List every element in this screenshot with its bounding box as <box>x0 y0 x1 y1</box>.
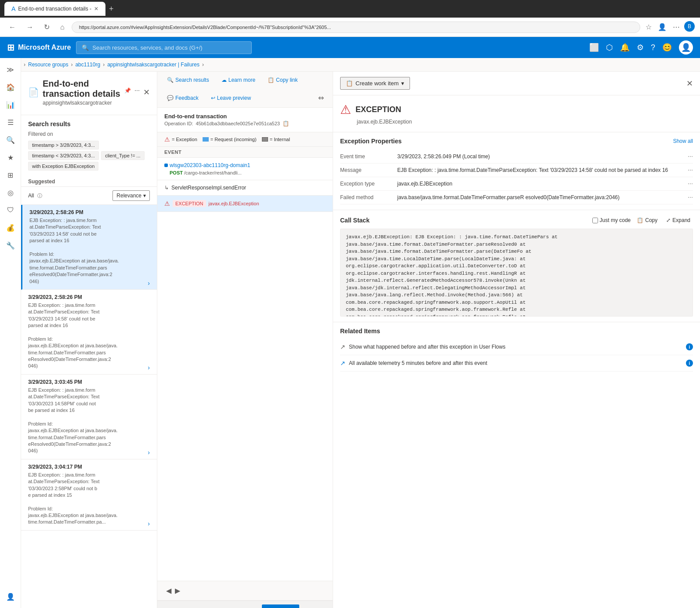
close-right-panel-btn[interactable]: ✕ <box>686 79 693 88</box>
result-text-1: EJB Exception: : java.time.format.DateTi… <box>28 302 150 370</box>
address-bar[interactable]: https://portal.azure.com/#view/AppInsigh… <box>72 22 640 33</box>
sort-dropdown[interactable]: Relevance ▾ <box>112 190 150 201</box>
create-work-item-btn[interactable]: 📋 Create work item ▾ <box>340 77 410 90</box>
legend-exception: ⚠ = Exception <box>164 136 197 143</box>
filter-tag-2[interactable]: client_Type != ... <box>101 151 144 160</box>
result-time-1: 3/29/2023, 2:58:26 PM <box>28 294 150 300</box>
search-results-btn[interactable]: 🔍 Search results <box>164 75 212 85</box>
azure-logo: ⊞ Microsoft Azure <box>7 42 71 53</box>
favorites-btn[interactable]: ☆ <box>644 21 653 33</box>
notifications-icon[interactable]: 🔔 <box>620 43 630 52</box>
callstack-header: Call Stack Just my code 📋 Copy ⤢ Expan <box>340 215 693 225</box>
timeline-nav: ◀ ▶ <box>157 581 333 600</box>
user-avatar[interactable]: 👤 <box>679 40 693 55</box>
breadcrumb-abc1110rg[interactable]: abc1110rg <box>75 62 100 68</box>
show-all-btn[interactable]: Show all <box>673 138 693 144</box>
leave-preview-btn[interactable]: ↩ Leave preview <box>208 93 254 103</box>
next-nav-btn[interactable]: ▶ <box>173 585 182 597</box>
view-all-btn[interactable]: View all <box>262 604 299 608</box>
more-btn[interactable]: ⋯ <box>671 21 682 33</box>
callstack-content[interactable]: javax.ejb.EJBException: EJB Exception: :… <box>340 229 693 317</box>
close-icon[interactable]: ✕ <box>143 87 150 97</box>
browser-chrome: A End-to-end transaction details - ✕ + <box>0 0 700 18</box>
related-info-1[interactable]: i <box>686 360 693 367</box>
extension-btn[interactable]: B <box>684 21 695 32</box>
copy-operation-id-btn[interactable]: 📋 <box>283 120 289 127</box>
property-more-3[interactable]: ⋯ <box>688 194 693 200</box>
copy-callstack-btn[interactable]: 📋 Copy <box>634 215 660 225</box>
filter-section: Filtered on timestamp > 3/28/2023, 4:3..… <box>21 129 157 175</box>
property-more-1[interactable]: ⋯ <box>688 167 693 173</box>
just-my-code-checkbox[interactable]: Just my code <box>592 217 631 223</box>
feedback-btn[interactable]: 💬 Feedback <box>164 93 201 103</box>
settings-icon[interactable]: ⚙ <box>637 43 644 52</box>
filter-tag-1[interactable]: timestamp < 3/29/2023, 4:3... <box>28 151 99 160</box>
forward-btn[interactable]: → <box>23 22 37 33</box>
legend-internal-text: = Internal <box>270 137 290 142</box>
property-value-0: 3/29/2023, 2:58:26.049 PM (Local time) <box>397 153 684 160</box>
page-subtitle: appinsightwlsakscargotracker <box>43 100 121 106</box>
tab-close-btn[interactable]: ✕ <box>94 6 98 12</box>
event-error-2: ⚠ EXCEPTION javax.ejb.EJBException <box>164 200 326 207</box>
filter-tag-0[interactable]: timestamp > 3/28/2023, 4:3... <box>28 141 99 149</box>
search-icon: 🔍 <box>82 44 89 51</box>
help-icon[interactable]: ? <box>651 43 655 52</box>
operation-id-value: 45b61dba3dbbaecfe0025e7e051ca523 <box>196 121 279 126</box>
pin-icon[interactable]: 📌 <box>124 87 131 97</box>
browser-actions: ☆ 👤 ⋯ B <box>644 21 695 33</box>
more-options-icon[interactable]: ⋯ <box>134 87 140 97</box>
breadcrumb-resource-groups[interactable]: Resource groups <box>28 62 68 68</box>
expand-panel-btn[interactable]: ⇔ <box>316 92 326 104</box>
learn-more-btn[interactable]: ☁ Learn more <box>219 75 258 85</box>
tab-icon: A <box>11 5 15 12</box>
feedback-label: Feedback <box>175 95 199 101</box>
breadcrumb-appinsight[interactable]: appinsightwlsakscargotracker | Failures <box>107 62 199 68</box>
feedback-icon[interactable]: 😊 <box>662 43 672 52</box>
directory-icon[interactable]: ⬡ <box>606 43 613 52</box>
property-more-0[interactable]: ⋯ <box>688 153 693 160</box>
home-btn[interactable]: ⌂ <box>57 22 68 33</box>
azure-search-box[interactable]: 🔍 <box>76 41 252 54</box>
exception-subtitle: javax.ejb.EJBException <box>357 119 693 125</box>
result-item-3[interactable]: 3/29/2023, 3:04:17 PM EJB Exception: : j… <box>21 459 157 531</box>
result-item-2[interactable]: 3/29/2023, 3:03:45 PM EJB Exception: : j… <box>21 375 157 459</box>
event-item-2[interactable]: ⚠ EXCEPTION javax.ejb.EJBException <box>157 196 333 212</box>
sort-info-icon[interactable]: ⓘ <box>37 193 42 199</box>
create-work-item-label: Create work item <box>355 80 399 87</box>
result-time-3: 3/29/2023, 3:04:17 PM <box>28 464 150 470</box>
copy-link-btn[interactable]: 📋 Copy link <box>265 75 300 85</box>
event-item-1[interactable]: ↳ ServletResponseImpl.sendError <box>157 180 333 196</box>
related-info-0[interactable]: i <box>686 343 693 350</box>
leave-preview-icon: ↩ <box>211 95 215 101</box>
event-method-0: POST /cargo-tracker/rest/handli... <box>164 170 326 175</box>
expand-callstack-btn[interactable]: ⤢ Expand <box>664 215 693 225</box>
address-url: https://portal.azure.com/#view/AppInsigh… <box>79 25 633 30</box>
azure-search-input[interactable] <box>92 44 246 51</box>
result-item-0[interactable]: 3/29/2023, 2:58:26 PM EJB Exception: : j… <box>21 205 157 290</box>
internal-color-box <box>262 137 268 142</box>
related-item-0[interactable]: ↗ Show what happened before and after th… <box>340 339 693 355</box>
learn-more-label: Learn more <box>228 77 255 83</box>
result-time-2: 3/29/2023, 3:03:45 PM <box>28 379 150 385</box>
properties-section: Exception Properties Show all Event time… <box>333 132 700 210</box>
event-item-0[interactable]: wlsgw202303-abc1110rg-domain1 POST /carg… <box>157 158 333 180</box>
prev-nav-btn[interactable]: ◀ <box>164 585 173 597</box>
work-item-icon: 📋 <box>346 80 353 87</box>
refresh-btn[interactable]: ↻ <box>40 21 53 33</box>
just-my-code-input[interactable] <box>592 218 598 223</box>
profile-btn[interactable]: 👤 <box>656 21 668 33</box>
browser-tab[interactable]: A End-to-end transaction details - ✕ <box>4 2 105 16</box>
cloud-shell-icon[interactable]: ⬜ <box>589 43 599 52</box>
property-more-2[interactable]: ⋯ <box>688 181 693 187</box>
property-row-1: Message EJB Exception: : java.time.forma… <box>340 164 693 177</box>
result-item-1[interactable]: 3/29/2023, 2:58:26 PM EJB Exception: : j… <box>21 290 157 375</box>
leave-preview-label: Leave preview <box>217 95 251 101</box>
related-section: Related Items ↗ Show what happened befor… <box>333 322 700 377</box>
new-tab-btn[interactable]: + <box>109 4 114 14</box>
property-row-3: Failed method java.base/java.time.format… <box>340 191 693 204</box>
related-item-1[interactable]: ↗ All available telemetry 5 minutes befo… <box>340 355 693 371</box>
back-btn[interactable]: ← <box>5 22 19 33</box>
filter-tag-3[interactable]: with Exception EJBException <box>28 162 98 171</box>
copy-link-icon: 📋 <box>268 77 274 83</box>
properties-header: Exception Properties Show all <box>340 138 693 145</box>
